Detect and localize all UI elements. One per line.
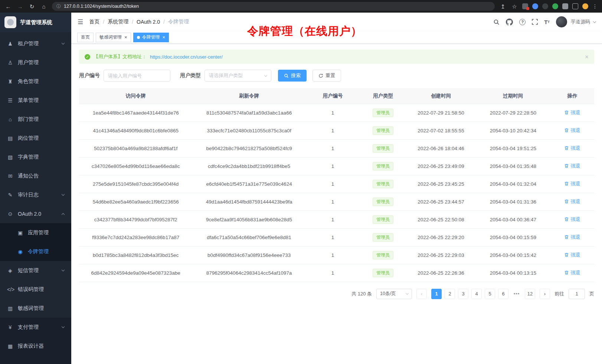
page-button-2[interactable]: 2 bbox=[445, 289, 455, 299]
page-button-4[interactable]: 4 bbox=[471, 289, 482, 299]
user-type-label: 用户类型 bbox=[180, 72, 201, 79]
force-logout-button[interactable]: 强退 bbox=[564, 163, 580, 169]
share-icon[interactable]: ↥ bbox=[499, 4, 507, 9]
browser-forward-icon[interactable]: → bbox=[16, 4, 24, 9]
reset-button-label: 重置 bbox=[325, 72, 335, 79]
chevron-down-icon[interactable] bbox=[593, 20, 596, 23]
sidebar-item-user[interactable]: ♙用户管理 bbox=[0, 53, 71, 72]
page-button-1[interactable]: 1 bbox=[431, 289, 442, 299]
page-button-12[interactable]: 12 bbox=[525, 289, 535, 299]
page-size-select[interactable]: 10条/页 bbox=[376, 289, 412, 299]
cell-expire-time: 2054-03-04 00:15:59 bbox=[476, 228, 550, 246]
sidebar-item-errcode[interactable]: </>错误码管理 bbox=[0, 280, 71, 299]
force-logout-button[interactable]: 强退 bbox=[564, 234, 580, 241]
github-icon[interactable] bbox=[506, 19, 513, 26]
sidebar-item-token[interactable]: ◉令牌管理 bbox=[0, 242, 71, 261]
sidebar-item-sensitive[interactable]: ▥敏感词管理 bbox=[0, 299, 71, 318]
app-logo[interactable]: 芋道管理系统 bbox=[0, 13, 71, 32]
table-row: c347026e805e4d99b0d116eae66eda8ccdfc4ce9… bbox=[79, 157, 594, 175]
extensions-puzzle-icon[interactable] bbox=[562, 3, 568, 9]
browser-chrome: ← → ↻ ⌂ ⓘ 127.0.0.1:1024/system/oauth2/t… bbox=[0, 0, 602, 13]
cell-refresh-token: cdfc4ce9c2da4bb1bdf21b9918ff4be5 bbox=[192, 157, 305, 175]
force-logout-button[interactable]: 强退 bbox=[564, 127, 580, 134]
force-logout-button[interactable]: 强退 bbox=[564, 181, 580, 187]
prev-page-button[interactable]: ‹ bbox=[416, 289, 427, 299]
breadcrumb-separator: / bbox=[163, 19, 165, 25]
force-logout-button[interactable]: 强退 bbox=[564, 269, 580, 276]
search-button[interactable]: 搜索 bbox=[278, 70, 307, 82]
action-label: 强退 bbox=[570, 234, 580, 241]
breadcrumb-current: 令牌管理 bbox=[168, 19, 189, 25]
browser-menu-icon[interactable]: ⋮ bbox=[592, 3, 598, 9]
sidebar-item-dict[interactable]: ▧字典管理 bbox=[0, 148, 71, 166]
sidebar-fold-icon[interactable]: ☰ bbox=[78, 18, 83, 26]
goto-page-input[interactable] bbox=[569, 289, 585, 299]
sidebar-item-audit[interactable]: ✎审计日志 bbox=[0, 185, 71, 204]
font-size-icon[interactable]: TT bbox=[544, 19, 550, 25]
sidebar-item-people[interactable]: ♟租户管理 bbox=[0, 34, 71, 53]
sidebar-item-notice[interactable]: ✉通知公告 bbox=[0, 166, 71, 185]
address-bar[interactable]: ⓘ 127.0.0.1:1024/system/oauth2/token bbox=[52, 2, 495, 11]
extension-red-badge-icon[interactable] bbox=[522, 3, 528, 9]
action-label: 强退 bbox=[570, 163, 580, 169]
page-button-6[interactable]: 6 bbox=[498, 289, 508, 299]
bookmark-star-icon[interactable]: ☆ bbox=[511, 4, 518, 9]
pay-icon: ¥ bbox=[7, 324, 13, 330]
breadcrumb-system[interactable]: 系统管理 bbox=[108, 19, 128, 25]
sidebar-item-pay[interactable]: ¥支付管理 bbox=[0, 318, 71, 337]
force-logout-button[interactable]: 强退 bbox=[564, 145, 580, 152]
site-info-icon[interactable]: ⓘ bbox=[56, 3, 61, 10]
cell-expire-time: 2054-03-04 00:15:42 bbox=[476, 246, 550, 264]
sidebar-item-report[interactable]: ▦报表设计器 bbox=[0, 337, 71, 355]
tab-1[interactable]: 敏感词管理× bbox=[96, 33, 131, 42]
page-button-3[interactable]: 3 bbox=[458, 289, 468, 299]
sidebar-item-dept[interactable]: ⌂部门管理 bbox=[0, 110, 71, 129]
page-size-value: 10条/页 bbox=[380, 291, 396, 297]
side-panel-icon[interactable] bbox=[572, 3, 578, 9]
sidebar-item-app[interactable]: ▣应用管理 bbox=[0, 223, 71, 242]
extension-dark-icon[interactable] bbox=[542, 3, 548, 9]
tab-close-icon[interactable]: × bbox=[163, 34, 166, 40]
alert-close-icon[interactable]: × bbox=[585, 54, 589, 60]
table-row: 502375b8040a469a9b82188afdf6af1fbe90422b… bbox=[79, 139, 594, 157]
tab-close-icon[interactable]: × bbox=[124, 34, 127, 40]
extension-green-icon[interactable] bbox=[552, 3, 558, 9]
breadcrumb-home[interactable]: 首页 bbox=[89, 19, 99, 25]
browser-home-icon[interactable]: ⌂ bbox=[40, 4, 48, 9]
browser-reload-icon[interactable]: ↻ bbox=[28, 4, 36, 9]
tab-0[interactable]: 首页 bbox=[77, 33, 94, 42]
tab-label: 敏感词管理 bbox=[99, 34, 122, 40]
force-logout-button[interactable]: 强退 bbox=[564, 198, 580, 205]
fullscreen-icon[interactable] bbox=[532, 19, 538, 25]
user-name[interactable]: 芋道源码 bbox=[571, 19, 590, 25]
page-button-5[interactable]: 5 bbox=[485, 289, 495, 299]
breadcrumb-oauth2[interactable]: OAuth 2.0 bbox=[137, 19, 160, 25]
force-logout-button[interactable]: 强退 bbox=[564, 216, 580, 223]
app-frame: 芋道管理系统 ♟租户管理♙用户管理♜角色管理☰菜单管理⌂部门管理▤岗位管理▧字典… bbox=[0, 13, 602, 364]
help-icon[interactable]: ? bbox=[519, 19, 526, 25]
sidebar-item-menu[interactable]: ☰菜单管理 bbox=[0, 91, 71, 110]
sidebar-item-oauth[interactable]: ⊙OAuth 2.0 bbox=[0, 204, 71, 223]
user-type-select[interactable]: 请选择用户类型 bbox=[205, 70, 271, 82]
table-header-row: 访问令牌刷新令牌用户编号用户类型创建时间过期时间操作 bbox=[79, 88, 594, 104]
cell-created-time: 2022-06-25 22:29:20 bbox=[406, 228, 475, 246]
sidebar-item-post[interactable]: ▤岗位管理 bbox=[0, 129, 71, 148]
force-logout-button[interactable]: 强退 bbox=[564, 109, 580, 116]
force-logout-button[interactable]: 强退 bbox=[564, 252, 580, 258]
user-type-tag: 管理员 bbox=[373, 215, 393, 224]
alert-doc-link[interactable]: https://doc.iocoder.cn/user-center/ bbox=[150, 54, 223, 60]
profile-avatar-icon[interactable] bbox=[582, 3, 588, 9]
user-id-input[interactable] bbox=[104, 70, 170, 82]
browser-back-icon[interactable]: ← bbox=[4, 4, 12, 9]
next-page-button[interactable]: › bbox=[540, 289, 550, 299]
extension-blue-icon[interactable] bbox=[532, 3, 538, 9]
reset-button[interactable]: 重置 bbox=[313, 70, 341, 82]
sidebar-item-sms[interactable]: ◈短信管理 bbox=[0, 261, 71, 280]
user-id-label: 用户编号 bbox=[79, 72, 100, 79]
sidebar-item-role[interactable]: ♜角色管理 bbox=[0, 72, 71, 91]
tab-2[interactable]: 令牌管理× bbox=[133, 33, 169, 42]
pages-ellipsis[interactable]: ••• bbox=[511, 289, 522, 299]
column-header: 用户编号 bbox=[306, 88, 360, 104]
search-icon[interactable] bbox=[493, 19, 500, 25]
user-avatar[interactable] bbox=[556, 16, 567, 27]
